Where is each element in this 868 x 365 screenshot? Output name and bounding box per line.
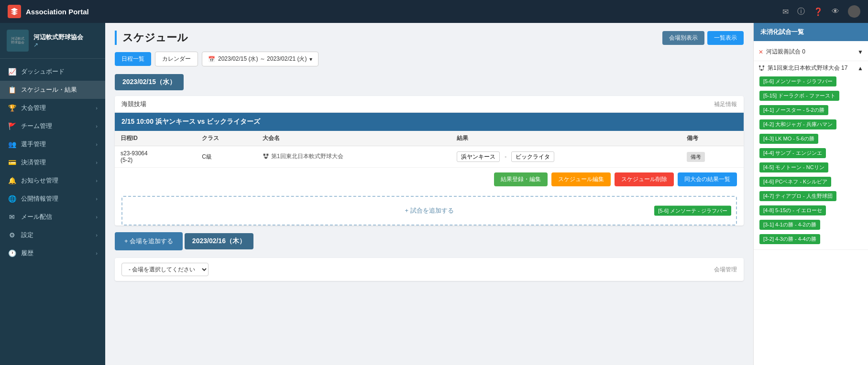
sidebar-item-email[interactable]: ✉ メール配信 › bbox=[0, 208, 105, 226]
result-register-button[interactable]: 結果登録・編集 bbox=[494, 172, 548, 186]
help-icon[interactable]: ❓ bbox=[813, 7, 823, 16]
venue-block-1: 海競技場 補足情報 2/15 10:00 浜ヤンキース vs ビックライターズ … bbox=[115, 96, 744, 225]
venue-header-1: 海競技場 補足情報 bbox=[115, 96, 744, 113]
sidebar-item-payment[interactable]: 💳 決済管理 › bbox=[0, 153, 105, 172]
sidebar-item-dashboard[interactable]: 📈 ダッシュボード bbox=[0, 63, 105, 81]
right-panel-header: 未消化試合一覧 bbox=[754, 23, 868, 41]
svg-rect-0 bbox=[264, 154, 265, 156]
org-logo: 河辺軟式野球協会 bbox=[7, 30, 29, 52]
top-bar-icons: ✉ ⓘ ❓ 👁 bbox=[782, 5, 860, 18]
rp-tags-area: [5-6] メンソーテ - ジラフバー [5-15] ドーラクボ - ファースト… bbox=[758, 74, 863, 247]
app-logo bbox=[8, 5, 21, 18]
page-title: スケジュール bbox=[122, 31, 188, 45]
rp-tag-2[interactable]: [4-1] ノースター - 5-2の勝 bbox=[759, 105, 828, 115]
rp-tag-10[interactable]: [3-1] 4-1の勝 - 4-2の勝 bbox=[759, 220, 820, 230]
schedule-delete-button[interactable]: スケジュール削除 bbox=[615, 172, 674, 186]
mail-icon: ✉ bbox=[8, 213, 16, 221]
sidebar-label-notice: お知らせ管理 bbox=[21, 176, 58, 185]
eye-icon[interactable]: 👁 bbox=[832, 7, 839, 16]
sidebar-item-team[interactable]: 🚩 チーム管理 › bbox=[0, 117, 105, 135]
avatar[interactable] bbox=[848, 5, 860, 18]
rp-tag-3[interactable]: [4-2] 大和ジャガ - 兵庫ハマン bbox=[759, 119, 836, 129]
dropdown-arrow-icon: ▾ bbox=[309, 56, 312, 63]
sidebar-navigation: 📈 ダッシュボード 📋 スケジュール・結果 🏆 大会管理 › 🚩 bbox=[0, 59, 105, 266]
sidebar: 河辺軟式野球協会 河辺軟式野球協会 ↗ 📈 ダッシュボード 📋 スケジュール・結… bbox=[0, 23, 105, 365]
content-area: スケジュール 会場別表示 一覧表示 日程一覧 カレンダー 📅 2023/02/1… bbox=[105, 23, 753, 365]
match-result: - bbox=[451, 146, 681, 168]
table-row: s23-93064 (5-2) C級 第1回東北日本軟式野球大会 bbox=[115, 146, 744, 168]
date-range-button[interactable]: 📅 2023/02/15 (水) ～ 2023/02/21 (火) ▾ bbox=[202, 52, 319, 66]
rp-section-tournament: 第1回東北日本軟式野球大会 17 ▲ [5-6] メンソーテ - ジラフバー [… bbox=[754, 61, 868, 250]
rp-tag-4[interactable]: [4-3] LK MO - 5-6の勝 bbox=[759, 134, 818, 144]
note-button[interactable]: 備考 bbox=[687, 152, 705, 162]
app-title: Association Portal bbox=[26, 8, 89, 16]
add-venue-button[interactable]: + 会場を追加する bbox=[115, 232, 183, 250]
venue-select-dropdown[interactable]: - 会場を選択してください bbox=[121, 263, 209, 276]
email-icon[interactable]: ✉ bbox=[782, 7, 789, 16]
date-header-1: 2023/02/15（水） bbox=[115, 74, 184, 90]
match-class: C級 bbox=[196, 146, 257, 168]
schedule-icon: 📋 bbox=[8, 86, 16, 94]
add-match-area[interactable]: + 試合を追加する [5-6] メンソーテ - ジラフバー bbox=[121, 196, 737, 225]
floating-tag: [5-6] メンソーテ - ジラフバー bbox=[654, 206, 731, 216]
page-header: スケジュール 会場別表示 一覧表示 bbox=[115, 31, 744, 45]
rp-tag-11[interactable]: [3-2] 4-3の勝 - 4-4の勝 bbox=[759, 234, 820, 244]
sidebar-label-public: 公開情報管理 bbox=[21, 194, 58, 203]
friendly-collapse-icon[interactable]: ▼ bbox=[857, 49, 863, 55]
rp-tag-1[interactable]: [5-15] ドーラクボ - ファースト bbox=[759, 91, 839, 101]
rp-tag-9[interactable]: [4-8] 5-15の - イエローセ bbox=[759, 205, 826, 215]
calendar-button[interactable]: カレンダー bbox=[155, 52, 198, 66]
rp-tag-8[interactable]: [4-7] ティアプロ - 人生野球団 bbox=[759, 191, 836, 201]
org-info: 河辺軟式野球協会 ↗ bbox=[33, 33, 83, 48]
col-header-tournament: 大会名 bbox=[257, 131, 451, 146]
rp-tag-7[interactable]: [4-6] PCベネフ - Kシルビア bbox=[759, 177, 831, 187]
tournament-collapse-icon[interactable]: ▲ bbox=[857, 65, 863, 72]
schedule-list-button[interactable]: 日程一覧 bbox=[115, 52, 151, 66]
sidebar-label-team: チーム管理 bbox=[21, 122, 52, 130]
team2-score-input[interactable] bbox=[511, 151, 554, 162]
page-header-buttons: 会場別表示 一覧表示 bbox=[662, 31, 744, 45]
payment-icon: 💳 bbox=[8, 159, 16, 166]
schedule-edit-button[interactable]: スケジュール編集 bbox=[551, 172, 611, 186]
tournament-icon: 🏆 bbox=[8, 104, 16, 112]
chevron-right-icon-7: › bbox=[96, 214, 98, 220]
venue-select-row: - 会場を選択してください 会場管理 bbox=[115, 258, 744, 281]
sidebar-label-tournament: 大会管理 bbox=[21, 104, 46, 112]
calendar-start-icon: 📅 bbox=[208, 56, 215, 63]
info-icon[interactable]: ⓘ bbox=[797, 7, 805, 17]
venue-sup-info: 補足情報 bbox=[714, 100, 737, 108]
right-panel: 未消化試合一覧 ✕ 河辺親善試合 0 ▼ 第1回東北日本軟式野球大会 17 bbox=[753, 23, 868, 365]
venue-view-button[interactable]: 会場別表示 bbox=[662, 31, 704, 45]
team1-score-input[interactable] bbox=[457, 151, 500, 162]
list-view-button[interactable]: 一覧表示 bbox=[707, 31, 744, 45]
public-icon: 🌐 bbox=[8, 195, 16, 203]
sidebar-item-player[interactable]: 👥 選手管理 › bbox=[0, 135, 105, 153]
rp-tag-6[interactable]: [4-5] モノトーン - NCリン bbox=[759, 162, 828, 172]
match-id: s23-93064 (5-2) bbox=[115, 146, 196, 168]
right-panel-body: ✕ 河辺親善試合 0 ▼ 第1回東北日本軟式野球大会 17 ▲ [5-6] メン… bbox=[754, 41, 868, 365]
main-layout: 河辺軟式野球協会 河辺軟式野球協会 ↗ 📈 ダッシュボード 📋 スケジュール・結… bbox=[0, 23, 868, 365]
sidebar-item-schedule[interactable]: 📋 スケジュール・結果 bbox=[0, 81, 105, 99]
match-table-1: 日程ID クラス 大会名 結果 備考 s23-93064 (5-2) C bbox=[115, 131, 744, 168]
sidebar-label-payment: 決済管理 bbox=[21, 158, 46, 167]
org-name: 河辺軟式野球協会 bbox=[33, 33, 83, 42]
tournament-results-button[interactable]: 同大会の結果一覧 bbox=[678, 172, 737, 186]
sidebar-item-public[interactable]: 🌐 公開情報管理 › bbox=[0, 190, 105, 208]
sidebar-item-history[interactable]: 🕐 履歴 › bbox=[0, 244, 105, 262]
sidebar-item-tournament[interactable]: 🏆 大会管理 › bbox=[0, 99, 105, 117]
org-link-icon[interactable]: ↗ bbox=[33, 42, 83, 48]
dashboard-icon: 📈 bbox=[8, 68, 16, 75]
chevron-right-icon-5: › bbox=[96, 178, 98, 183]
col-header-note: 備考 bbox=[681, 131, 744, 146]
sidebar-item-notice[interactable]: 🔔 お知らせ管理 › bbox=[0, 172, 105, 190]
rp-tag-0[interactable]: [5-6] メンソーテ - ジラフバー bbox=[759, 76, 836, 86]
sidebar-label-schedule: スケジュール・結果 bbox=[21, 86, 77, 94]
history-icon: 🕐 bbox=[8, 249, 16, 257]
friendly-label: 河辺親善試合 0 bbox=[766, 48, 805, 56]
rp-tag-5[interactable]: [4-4] サンプ - エンジンエ bbox=[759, 148, 826, 158]
venue-name-1: 海競技場 bbox=[121, 100, 146, 108]
friendly-icon: ✕ bbox=[758, 49, 763, 55]
sidebar-item-settings[interactable]: ⚙ 設定 › bbox=[0, 226, 105, 244]
venue-manage-link[interactable]: 会場管理 bbox=[714, 266, 737, 274]
sidebar-org: 河辺軟式野球協会 河辺軟式野球協会 ↗ bbox=[0, 23, 105, 59]
